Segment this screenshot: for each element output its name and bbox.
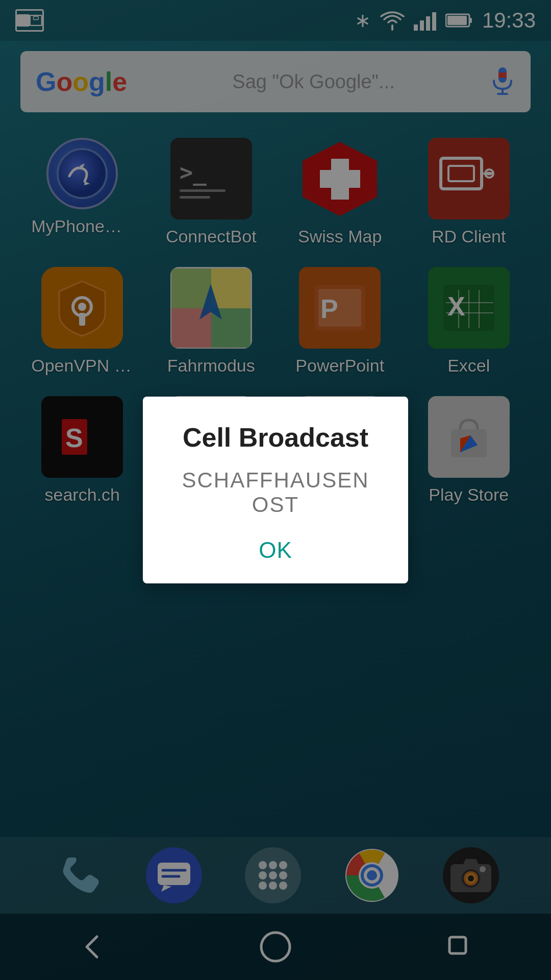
dialog-overlay: Cell Broadcast SCHAFFHAUSEN OST OK	[0, 0, 551, 980]
dialog-ok-button[interactable]: OK	[243, 532, 308, 568]
dialog-box: Cell Broadcast SCHAFFHAUSEN OST OK	[143, 397, 408, 583]
dialog-title: Cell Broadcast	[183, 422, 368, 453]
dialog-message: SCHAFFHAUSEN OST	[163, 468, 388, 517]
